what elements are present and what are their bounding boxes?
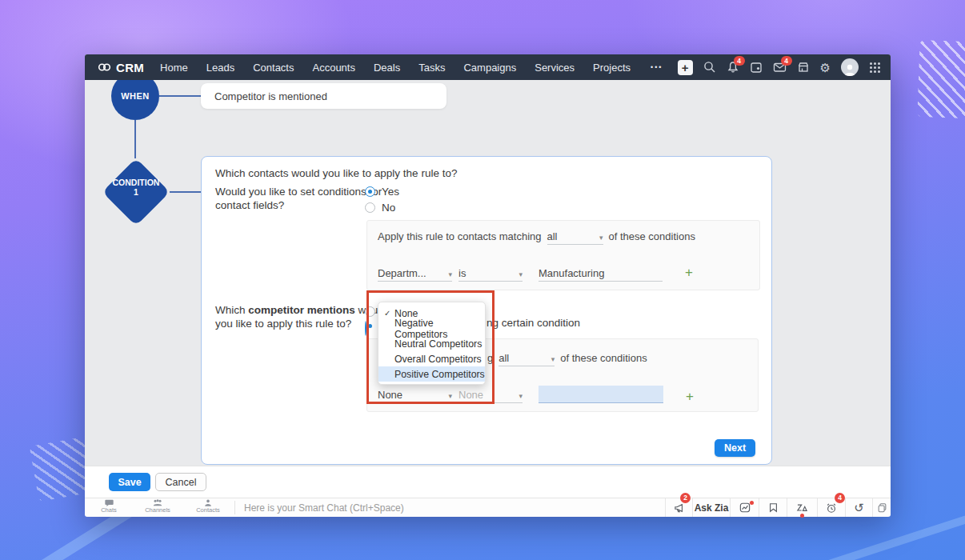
background-stripes: [917, 40, 965, 120]
cancel-button[interactable]: Cancel: [155, 473, 206, 491]
mail-icon[interactable]: 4: [773, 61, 787, 74]
chats-button[interactable]: Chats: [91, 499, 126, 514]
value-input-focused[interactable]: [539, 386, 663, 403]
top-navbar: CRM Home Leads Contacts Accounts Deals T…: [85, 54, 891, 80]
announcements-badge: 2: [680, 493, 691, 503]
marketplace-icon[interactable]: [797, 61, 810, 74]
nav-item-campaigns[interactable]: Campaigns: [463, 62, 516, 74]
condition-node-label: CONDITION 1: [96, 178, 176, 197]
footer-action-bar: Save Cancel: [85, 466, 891, 498]
match-type-select[interactable]: all ▾: [499, 352, 555, 366]
brand-name: CRM: [116, 61, 144, 74]
question-competitor-mentions: Which competitor mentions would you like…: [215, 303, 386, 330]
radio-yes[interactable]: Yes: [365, 186, 399, 198]
chat-bubble-icon: [105, 499, 114, 506]
radio-no-control[interactable]: [365, 202, 375, 213]
notification-dot: [750, 501, 754, 505]
connector-line: [159, 95, 201, 97]
apps-grid-icon[interactable]: [869, 62, 881, 74]
crm-logo[interactable]: CRM: [98, 61, 144, 74]
announcements-megaphone-icon[interactable]: 2: [665, 498, 692, 517]
channels-people-icon: [153, 499, 162, 506]
calendar-icon[interactable]: [750, 61, 763, 74]
radio-no[interactable]: No: [365, 202, 395, 214]
nav-item-deals[interactable]: Deals: [374, 62, 400, 74]
trigger-card-label: Competitor is mentioned: [214, 90, 327, 102]
notification-dot: [800, 514, 804, 518]
when-node[interactable]: WHEN: [111, 80, 159, 120]
radio-yes-control[interactable]: [365, 186, 375, 197]
screenshot-stage: CRM Home Leads Contacts Accounts Deals T…: [0, 0, 965, 560]
chevron-down-icon: ▾: [519, 270, 523, 278]
connector-line: [170, 191, 201, 193]
ask-zia-button[interactable]: Ask Zia: [692, 498, 730, 517]
chevron-down-icon: ▾: [448, 270, 452, 278]
reminders-alarm-icon[interactable]: 4: [817, 498, 845, 517]
nav-menu: Home Leads Contacts Accounts Deals Tasks…: [160, 62, 663, 74]
save-button[interactable]: Save: [109, 473, 150, 491]
add-condition-button[interactable]: +: [686, 390, 694, 403]
question-contacts: Which contacts would you like to apply t…: [215, 167, 457, 179]
flow-builder-canvas: WHEN Competitor is mentioned CONDITION 1…: [85, 80, 891, 466]
question-set-conditions: Would you like to set conditions for con…: [215, 186, 382, 212]
nav-more-button[interactable]: •••: [651, 63, 663, 71]
connector-line: [134, 120, 136, 158]
contacts-button[interactable]: Contacts: [190, 499, 226, 514]
reminders-badge: 4: [835, 493, 845, 503]
when-node-label: WHEN: [121, 91, 150, 101]
nav-item-projects[interactable]: Projects: [593, 62, 631, 74]
history-icon[interactable]: ↺: [845, 498, 872, 517]
search-icon[interactable]: [703, 61, 716, 74]
analytics-chart-icon[interactable]: [730, 498, 759, 517]
nav-right-cluster: + 4 4 ⚙: [678, 54, 881, 80]
add-condition-button[interactable]: +: [685, 266, 693, 279]
condition-row: Departm... ▾ is ▾ Manufacturing +: [378, 266, 693, 282]
match-rule-line: g all ▾ of these conditions: [487, 352, 647, 366]
contact-conditions-box: Apply this rule to contacts matching all…: [366, 220, 760, 290]
annotation-highlight-rectangle: [366, 290, 495, 404]
chevron-down-icon: ▾: [519, 392, 523, 400]
nav-item-services[interactable]: Services: [535, 62, 575, 74]
radio-yes-label: Yes: [382, 186, 399, 198]
smart-chat-input[interactable]: Here is your Smart Chat (Ctrl+Space): [244, 498, 404, 517]
next-button[interactable]: Next: [715, 439, 755, 457]
nav-item-accounts[interactable]: Accounts: [312, 62, 354, 74]
chatbar-right-tools: 2 Ask Zia 4 ↺: [665, 498, 891, 517]
copy-icon[interactable]: [872, 498, 891, 517]
notifications-bell-icon[interactable]: 4: [727, 61, 739, 74]
value-input[interactable]: Manufacturing: [539, 267, 663, 282]
quick-create-button[interactable]: +: [678, 60, 693, 75]
field-select[interactable]: Departm... ▾: [378, 267, 452, 282]
match-rule-suffix: of these conditions: [560, 352, 647, 364]
nav-item-leads[interactable]: Leads: [206, 62, 234, 74]
channels-button[interactable]: Channels: [140, 499, 175, 514]
trigger-card[interactable]: Competitor is mentioned: [201, 83, 446, 109]
user-avatar[interactable]: [841, 58, 859, 76]
radio-no-label: No: [382, 202, 395, 214]
bookmark-icon[interactable]: [759, 498, 787, 517]
nav-item-contacts[interactable]: Contacts: [253, 62, 294, 74]
operator-select[interactable]: is ▾: [458, 267, 523, 282]
match-type-select[interactable]: all ▾: [547, 230, 603, 245]
chevron-down-icon: ▾: [551, 355, 555, 363]
nav-item-tasks[interactable]: Tasks: [418, 62, 445, 74]
zia-icon[interactable]: [787, 498, 817, 517]
bell-badge: 4: [734, 56, 745, 66]
chevron-down-icon: ▾: [599, 234, 603, 242]
match-rule-line: Apply this rule to contacts matching all…: [378, 230, 695, 245]
smart-chat-bar: Chats Channels Contacts Here is your Sma…: [85, 498, 891, 517]
nav-item-home[interactable]: Home: [160, 62, 188, 74]
crm-app-window: CRM Home Leads Contacts Accounts Deals T…: [85, 54, 891, 516]
match-rule-suffix: of these conditions: [609, 230, 695, 242]
divider: [234, 501, 235, 514]
zoho-crm-icon: [98, 62, 111, 73]
mail-badge: 4: [781, 56, 792, 66]
radio-mentions-label-fragment: ng certain condition: [487, 317, 580, 329]
contact-person-icon: [204, 499, 212, 506]
match-rule-prefix: Apply this rule to contacts matching: [378, 230, 542, 242]
settings-gear-icon[interactable]: ⚙: [820, 62, 831, 74]
